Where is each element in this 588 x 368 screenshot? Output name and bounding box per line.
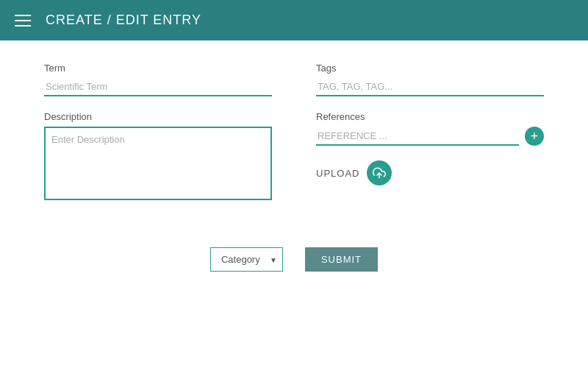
upload-label: UPLOAD [316,168,359,179]
upload-button[interactable] [367,160,392,185]
form-grid: Term Description Tags References + [44,63,544,218]
references-row: + [316,127,544,146]
references-label: References [316,111,544,122]
hamburger-icon[interactable] [15,15,31,26]
upload-cloud-icon [373,166,386,180]
main-content: Term Description Tags References + [0,40,588,368]
description-input[interactable] [44,127,272,200]
tags-input[interactable] [316,78,544,96]
left-column: Term Description [44,63,272,218]
term-label: Term [44,63,272,74]
term-input[interactable] [44,78,272,96]
page-title: CREATE / EDIT ENTRY [46,13,201,28]
category-select-wrapper: Category Option 1 Option 2 [210,247,283,272]
description-group: Description [44,111,272,203]
app-header: CREATE / EDIT ENTRY [0,0,588,40]
right-column: Tags References + UPLOAD [316,63,544,218]
plus-icon: + [531,130,539,143]
tags-group: Tags [316,63,544,96]
reference-input[interactable] [316,127,519,146]
add-reference-button[interactable]: + [525,127,544,146]
description-label: Description [44,111,272,122]
tags-label: Tags [316,63,544,74]
category-select[interactable]: Category Option 1 Option 2 [210,247,283,272]
submit-button[interactable]: SUBMIT [305,247,378,272]
term-group: Term [44,63,272,96]
references-group: References + [316,111,544,146]
upload-section: UPLOAD [316,160,544,185]
bottom-row: Category Option 1 Option 2 SUBMIT [44,247,544,272]
